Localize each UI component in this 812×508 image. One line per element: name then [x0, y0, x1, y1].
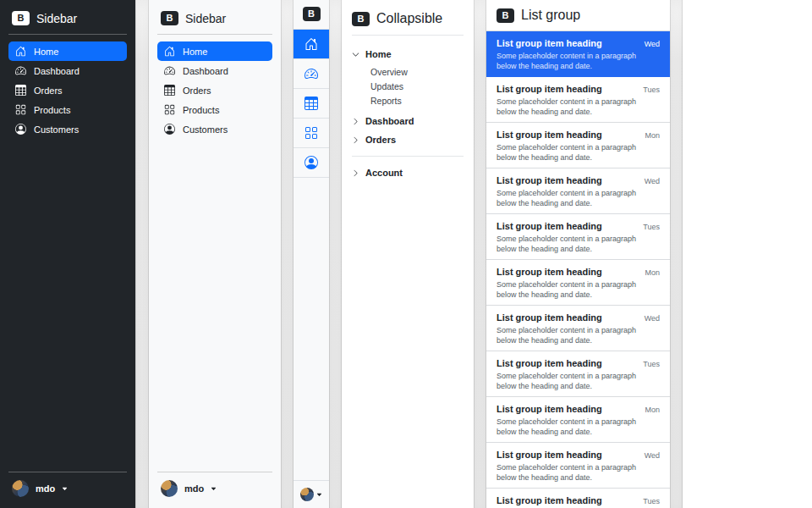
sidebar-dark: B Sidebar HomeDashboardOrdersProductsCus…	[0, 0, 135, 508]
panel-divider	[329, 0, 342, 508]
caret-down-icon	[211, 486, 217, 492]
collapsible-title: Collapsible	[376, 11, 442, 26]
sidebar-item-dashboard[interactable]: Dashboard	[157, 61, 272, 80]
sidebar-icon-item-table[interactable]	[294, 88, 329, 118]
list-item-date: Tues	[643, 86, 660, 94]
list-group-item[interactable]: List group item headingWedSome placehold…	[486, 443, 670, 489]
sidebar-icons: B	[294, 0, 329, 508]
sidebar-item-customers[interactable]: Customers	[8, 119, 127, 139]
sidebar-item-dashboard[interactable]: Dashboard	[8, 61, 127, 80]
list-group-item[interactable]: List group item headingWedSome placehold…	[486, 168, 670, 214]
sidebar-item-home[interactable]: Home	[8, 41, 127, 61]
list-item-date: Wed	[645, 177, 660, 185]
divider	[8, 34, 127, 35]
list-item-header-row: List group item headingWed	[497, 312, 660, 323]
panel-divider	[281, 0, 294, 508]
caret-down-icon	[316, 492, 322, 498]
list-item-header-row: List group item headingTues	[497, 495, 660, 505]
tree-subitem-reports[interactable]: Reports	[370, 93, 464, 108]
sidebar-item-label: Dashboard	[183, 66, 228, 76]
page-background	[683, 0, 812, 508]
house-icon	[15, 46, 26, 57]
sidebar-item-orders[interactable]: Orders	[157, 80, 272, 100]
list-item-date: Tues	[643, 223, 660, 231]
bootstrap-logo-icon: B	[161, 11, 178, 25]
list-group-item[interactable]: List group item headingTuesSome placehol…	[486, 77, 670, 123]
sidebar-item-label: Customers	[183, 124, 228, 135]
user-dropdown[interactable]: mdo	[157, 472, 272, 500]
list-item-body: Some placeholder content in a paragraph …	[497, 234, 660, 254]
list-item-header-row: List group item headingTues	[497, 84, 660, 94]
sidebar-icon-item-person-circle[interactable]	[294, 147, 329, 177]
list-group: List group item headingWedSome placehold…	[486, 31, 670, 508]
tree-item-dashboard[interactable]: Dashboard	[352, 113, 464, 130]
list-group-item[interactable]: List group item headingTuesSome placehol…	[486, 214, 670, 260]
sidebar-item-label: Customers	[34, 124, 79, 135]
tree-item-orders[interactable]: Orders	[352, 131, 464, 148]
speedometer-icon	[164, 65, 175, 76]
divider	[157, 34, 272, 35]
list-group-item[interactable]: List group item headingTuesSome placehol…	[486, 489, 670, 508]
sidebar-dark-nav: HomeDashboardOrdersProductsCustomers	[8, 41, 127, 139]
panel-divider	[474, 0, 486, 508]
user-dropdown[interactable]	[294, 480, 329, 508]
panel-divider	[135, 0, 149, 508]
list-item-heading: List group item heading	[497, 267, 602, 277]
sidebar-item-label: Home	[183, 47, 207, 57]
list-group-item[interactable]: List group item headingWedSome placehold…	[486, 306, 670, 351]
list-group-item[interactable]: List group item headingMonSome placehold…	[486, 260, 670, 306]
bootstrap-logo-icon: B	[303, 7, 321, 21]
tree-subnav: OverviewUpdatesReports	[352, 64, 464, 108]
sidebar-icon-item-house[interactable]	[294, 29, 329, 58]
person-circle-icon	[164, 124, 175, 135]
list-item-heading: List group item heading	[497, 38, 602, 48]
list-item-heading: List group item heading	[497, 312, 602, 323]
sidebar-light: B Sidebar HomeDashboardOrdersProductsCus…	[149, 0, 281, 508]
sidebar-collapsible: B Collapsible HomeOverviewUpdatesReports…	[342, 0, 474, 508]
sidebar-item-home[interactable]: Home	[157, 41, 272, 61]
avatar	[300, 488, 314, 501]
bootstrap-logo-icon: B	[497, 8, 514, 23]
tree-item-account[interactable]: Account	[352, 164, 464, 181]
list-item-body: Some placeholder content in a paragraph …	[497, 325, 660, 345]
tree-divider	[352, 156, 464, 157]
tree-item-label: Account	[365, 168, 403, 178]
user-name: mdo	[36, 483, 55, 494]
list-group-item[interactable]: List group item headingTuesSome placehol…	[486, 351, 670, 397]
list-item-date: Mon	[645, 268, 660, 277]
collapsible-brand[interactable]: B Collapsible	[352, 8, 464, 36]
sidebar-item-orders[interactable]: Orders	[8, 80, 127, 100]
tree-subitem-updates[interactable]: Updates	[370, 79, 464, 93]
tree-subitem-overview[interactable]: Overview	[370, 64, 464, 79]
sidebar-item-customers[interactable]: Customers	[157, 119, 272, 139]
list-item-header-row: List group item headingTues	[497, 358, 660, 368]
avatar	[161, 480, 178, 497]
sidebar-item-products[interactable]: Products	[8, 100, 127, 119]
sidebar-item-products[interactable]: Products	[157, 100, 272, 119]
list-group-brand[interactable]: B List group	[486, 0, 670, 31]
list-item-header-row: List group item headingWed	[497, 175, 660, 185]
sidebar-light-title: Sidebar	[185, 12, 226, 25]
list-item-heading: List group item heading	[497, 130, 602, 140]
chevron-right-icon	[352, 169, 359, 177]
caret-down-icon	[211, 486, 217, 492]
list-group-item[interactable]: List group item headingMonSome placehold…	[486, 397, 670, 443]
sidebar-icon-item-grid[interactable]	[294, 118, 329, 147]
user-dropdown[interactable]: mdo	[8, 472, 127, 500]
sidebar-light-brand[interactable]: B Sidebar	[157, 8, 272, 34]
list-item-heading: List group item heading	[497, 221, 602, 231]
sidebar-item-label: Orders	[183, 86, 211, 96]
panel-divider	[670, 0, 683, 508]
list-group-item[interactable]: List group item headingWedSome placehold…	[486, 31, 670, 77]
list-group-item[interactable]: List group item headingMonSome placehold…	[486, 123, 670, 168]
sidebar-icon-item-speedometer[interactable]	[294, 58, 329, 88]
caret-down-icon	[62, 486, 68, 492]
table-icon	[304, 97, 318, 110]
grid-icon	[164, 104, 175, 115]
person-circle-icon	[304, 156, 318, 169]
sidebar-dark-brand[interactable]: B Sidebar	[8, 8, 127, 34]
tree-item-home[interactable]: Home	[352, 46, 464, 63]
table-icon	[164, 85, 175, 96]
sidebar-icons-brand[interactable]: B	[294, 0, 329, 29]
list-item-body: Some placeholder content in a paragraph …	[497, 97, 660, 117]
